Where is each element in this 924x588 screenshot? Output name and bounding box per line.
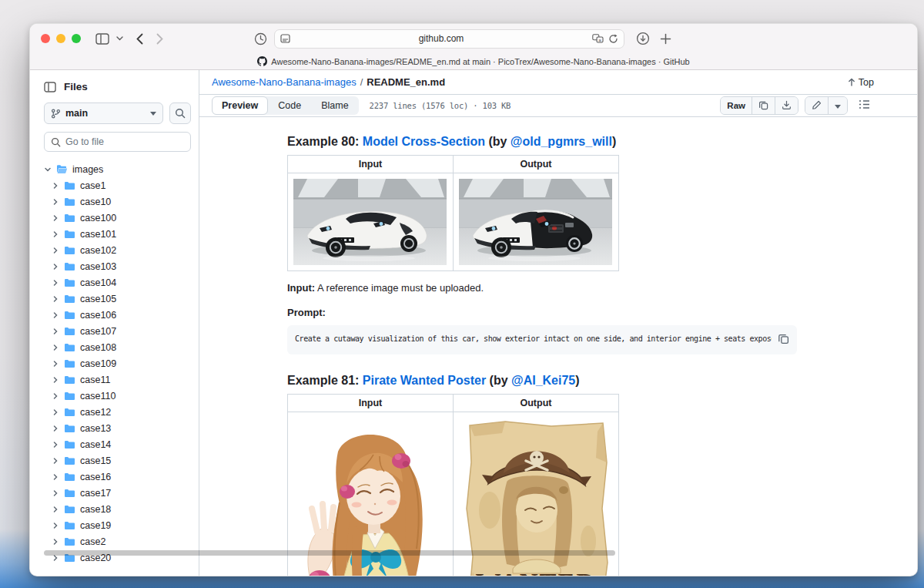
tab-blame[interactable]: Blame [311,96,358,115]
tree-item[interactable]: case105 [44,291,191,307]
chevron-right-icon [52,408,59,416]
tree-item[interactable]: case15 [44,452,191,469]
tree-item[interactable]: case16 [44,469,191,485]
file-tree: images case1 [44,161,191,566]
file-view-main: Awesome-Nano-Banana-images/README_en.md … [199,70,917,576]
tree-item[interactable]: case100 [44,210,191,226]
chevron-right-icon [52,376,59,384]
input-car-image[interactable] [293,179,447,265]
raw-copy-download-group: Raw [720,96,798,115]
prompt-code-block: Create a cutaway visualization of this c… [287,325,797,354]
tree-item[interactable]: case101 [44,226,191,242]
tree-item[interactable]: case109 [44,355,191,371]
new-tab-icon[interactable] [660,33,671,45]
tree-item[interactable]: case17 [44,485,191,501]
go-to-file-field[interactable] [44,132,191,152]
folder-icon [64,343,75,352]
tree-item-label: case100 [80,213,116,223]
branch-selector-button[interactable]: main [44,102,163,124]
download-raw-button[interactable] [775,97,798,114]
branch-name: main [65,108,146,119]
collapse-file-tree-icon[interactable] [44,82,56,92]
heading-text: (by [486,374,511,387]
outline-button[interactable] [854,96,874,115]
chevron-right-icon [52,279,59,287]
back-icon[interactable] [136,33,143,45]
tree-item[interactable]: case13 [44,420,191,436]
tree-item[interactable]: case10 [44,193,191,210]
edit-file-button[interactable] [805,97,829,114]
search-icon [51,137,61,147]
column-header-output: Output [454,156,619,173]
go-to-file-input[interactable] [65,136,184,147]
tree-item[interactable]: case110 [44,388,191,404]
tab-title-bar[interactable]: Awesome-Nano-Banana-images/README_en.md … [30,53,917,69]
tree-item[interactable]: case14 [44,436,191,452]
tree-item-images[interactable]: images [44,161,191,177]
translate-icon[interactable]: a [592,34,604,43]
download-icon [782,100,792,112]
chevron-right-icon [52,328,59,335]
tree-item[interactable]: case104 [44,274,191,291]
folder-icon [64,246,75,255]
folder-open-icon [56,164,68,174]
folder-icon [64,521,75,530]
tree-item[interactable]: case108 [44,339,191,355]
minimize-button[interactable] [56,34,65,43]
search-this-repo-button[interactable] [169,102,191,124]
example-81-link[interactable]: Pirate Wanted Poster [363,374,486,387]
forward-icon[interactable] [156,33,163,45]
reload-icon[interactable] [608,34,618,44]
tree-item[interactable]: case103 [44,258,191,274]
example-80-link[interactable]: Model Cross-Section [363,135,485,148]
history-icon[interactable] [254,32,267,45]
tree-item-label: case18 [80,504,111,515]
output-car-cutaway-image[interactable] [459,179,612,265]
github-page: Files main [30,70,917,576]
chevron-down-icon[interactable] [116,36,123,41]
chevron-right-icon [52,473,59,481]
tree-item-label: case10 [80,197,111,207]
tree-item[interactable]: case102 [44,242,191,258]
tree-item[interactable]: case107 [44,323,191,339]
tree-item[interactable]: case1 [44,177,191,193]
search-icon [175,108,186,119]
tree-item-label: case109 [80,358,116,369]
close-button[interactable] [41,34,50,43]
url-text[interactable]: github.com [295,33,588,44]
address-bar[interactable]: github.com a [274,29,624,49]
tree-item-label: case16 [80,472,111,482]
zoom-button[interactable] [72,34,81,43]
copy-icon[interactable] [778,333,789,347]
file-info: 2237 lines (1576 loc) · 103 KB [370,101,511,110]
tree-item[interactable]: case106 [44,307,191,323]
tree-item[interactable]: case12 [44,404,191,420]
tab-preview[interactable]: Preview [212,96,268,115]
page-settings-icon[interactable] [280,34,290,43]
breadcrumb-repo-link[interactable]: Awesome-Nano-Banana-images [212,76,357,88]
author-link[interactable]: @AI_Kei75 [511,374,575,387]
tree-item[interactable]: case2 [44,533,191,549]
back-to-top-link[interactable]: Top [848,77,874,88]
horizontal-scrollbar[interactable] [44,550,615,556]
raw-button[interactable]: Raw [721,97,752,114]
tree-item[interactable]: case18 [44,501,191,517]
tab-code[interactable]: Code [268,96,311,115]
copy-raw-button[interactable] [752,97,775,114]
edit-dropdown-button[interactable] [829,97,847,114]
author-link[interactable]: @old_pgmrs_will [511,135,612,148]
breadcrumb-separator: / [357,76,367,88]
safari-window: github.com a Awesome-Nano-Banana-images/… [29,23,918,576]
tree-item-label: case101 [80,229,116,240]
chevron-right-icon [52,360,59,368]
tree-item-label: case19 [80,520,111,531]
view-switcher: Preview Code Blame [212,96,359,115]
tree-item[interactable]: case11 [44,371,191,388]
tree-item-label: case102 [80,245,116,256]
column-header-input: Input [288,395,454,412]
tree-item[interactable]: case19 [44,517,191,533]
git-branch-icon [51,109,61,119]
sidebar-toggle-icon[interactable] [95,33,109,45]
tree-item-label: case2 [80,536,105,547]
downloads-icon[interactable] [636,32,650,45]
